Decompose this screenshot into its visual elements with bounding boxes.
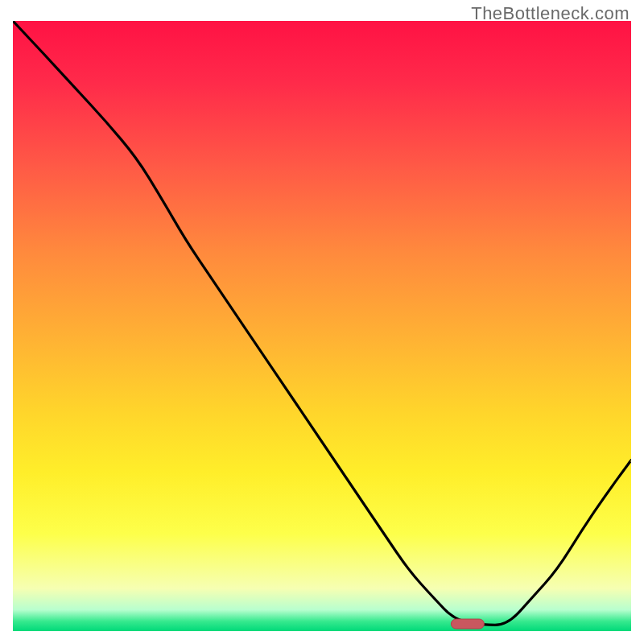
curve-line [13,21,631,625]
optimal-point-marker [450,618,484,629]
curve-svg [13,21,631,631]
plot-area [13,21,631,631]
